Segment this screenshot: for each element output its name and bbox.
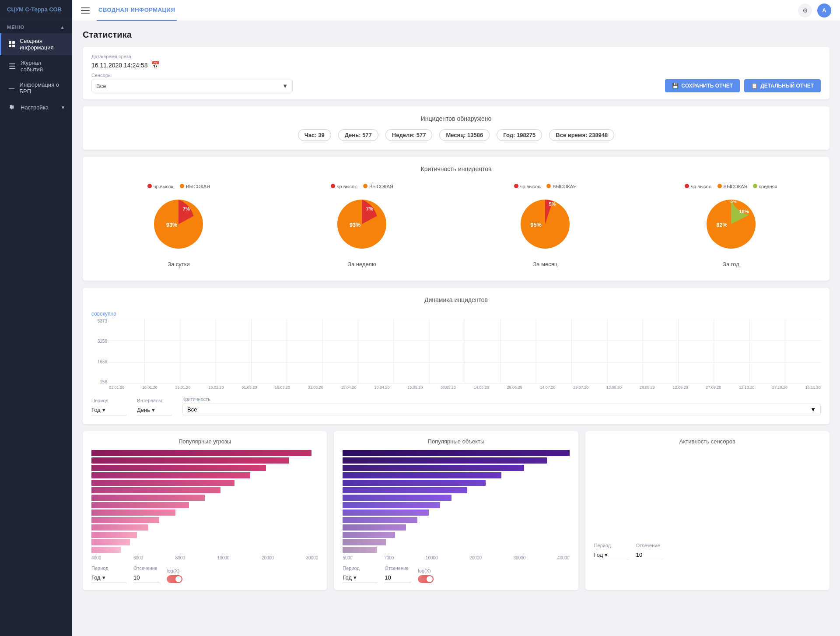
svg-text:95%: 95% bbox=[531, 222, 542, 228]
threats-x-axis: 4000 6000 8000 10000 20000 30000 bbox=[91, 555, 318, 560]
bar-row bbox=[343, 495, 569, 501]
interval-label: Интервалы bbox=[137, 398, 172, 403]
pie-chart-monthly: 95% 5% bbox=[514, 193, 576, 255]
detail-report-button[interactable]: 📋 ДЕТАЛЬНЫЙ ОТЧЕТ bbox=[744, 79, 821, 92]
x-axis: 01.01.20 16.01.20 31.01.20 15.02.20 01.0… bbox=[109, 385, 821, 390]
badge-value: 238948 bbox=[589, 132, 608, 138]
dropdown-arrow: ▾ bbox=[354, 574, 357, 581]
grid-icon bbox=[8, 40, 15, 48]
cutoff-control: Отсечение bbox=[636, 543, 662, 560]
period-control: Период Год ▾ bbox=[343, 566, 378, 583]
cutoff-input[interactable] bbox=[385, 573, 411, 583]
save-report-button[interactable]: 💾 СОХРАНИТЬ ОТЧЕТ bbox=[665, 79, 740, 92]
criticality-card: Критичность инцидентов чр.высок. ВЫСОКАЯ bbox=[83, 157, 830, 281]
legend-item: средняя bbox=[753, 184, 777, 189]
log-toggle[interactable] bbox=[418, 575, 434, 583]
topbar: СВОДНАЯ ИНФОРМАЦИЯ ⚙ А bbox=[72, 0, 840, 21]
badge-year: Год: 198275 bbox=[497, 129, 542, 141]
x-label: 8000 bbox=[175, 555, 185, 560]
sidebar-item-events[interactable]: Журнал событий bbox=[0, 55, 72, 77]
log-toggle[interactable] bbox=[167, 575, 182, 583]
period-select[interactable]: Год ▾ bbox=[91, 573, 126, 583]
bar-row bbox=[91, 465, 318, 471]
pie-yearly: чр.высок. ВЫСОКАЯ средняя 82% 18% 0% bbox=[685, 184, 777, 267]
logo-prefix: СЦУМ bbox=[7, 6, 24, 13]
badge-week: Неделя: 577 bbox=[385, 129, 433, 141]
popular-threats-card: Популярные угрозы bbox=[83, 431, 327, 590]
cutoff-label: Отсечение bbox=[133, 566, 160, 571]
log-label: log(X) bbox=[167, 568, 182, 573]
bar-row bbox=[343, 465, 569, 471]
legend-item: ВЫСОКАЯ bbox=[718, 184, 748, 189]
chevron-up-icon[interactable]: ▲ bbox=[60, 25, 65, 30]
period-control: Период Год ▾ bbox=[91, 566, 126, 583]
sidebar-item-brp[interactable]: — Информация о БРП bbox=[0, 77, 72, 99]
sidebar: СЦУМ С-Терра СОВ МЕНЮ ▲ Сводная информац… bbox=[0, 0, 72, 636]
y-label: 1658 bbox=[98, 359, 107, 364]
legend-item: ВЫСОКАЯ bbox=[363, 184, 393, 189]
badge-value: 577 bbox=[416, 132, 426, 138]
period-select[interactable]: Год ▾ bbox=[594, 550, 629, 560]
x-label: 15.02.20 bbox=[208, 385, 224, 390]
pie-monthly: чр.высок. ВЫСОКАЯ 95% 5% За месяц bbox=[501, 184, 589, 267]
bar-row bbox=[343, 457, 569, 464]
sidebar-item-label: Сводная информация bbox=[20, 38, 65, 51]
dropdown-arrow: ▾ bbox=[102, 574, 105, 581]
sidebar-item-label: Настройка bbox=[21, 104, 49, 111]
calendar-icon[interactable]: 📅 bbox=[151, 61, 160, 69]
user-avatar[interactable]: А bbox=[817, 4, 831, 18]
y-label: 3158 bbox=[98, 339, 107, 344]
x-label: 4000 bbox=[91, 555, 101, 560]
page-title: Статистика bbox=[83, 30, 830, 40]
svg-text:0%: 0% bbox=[730, 199, 736, 204]
legend-item: ВЫСОКАЯ bbox=[546, 184, 577, 189]
interval-select[interactable]: День ▾ bbox=[137, 405, 172, 415]
cutoff-input[interactable] bbox=[133, 573, 160, 583]
content-area: Статистика Дата/время среза 16.11.2020 1… bbox=[72, 21, 840, 599]
dropdown-arrow: ▾ bbox=[102, 407, 105, 413]
bar-row bbox=[343, 487, 569, 493]
svg-rect-0 bbox=[9, 41, 11, 44]
x-label: 30000 bbox=[514, 555, 526, 560]
log-label: log(X) bbox=[418, 568, 434, 573]
cutoff-label: Отсечение bbox=[385, 566, 411, 571]
topbar-icons: ⚙ А bbox=[798, 4, 831, 18]
svg-text:93%: 93% bbox=[350, 222, 360, 228]
cutoff-control: Отсечение bbox=[385, 566, 411, 583]
incidents-card: Инцидентов обнаружено Час: 39 День: 577 … bbox=[83, 106, 830, 150]
cutoff-control: Отсечение bbox=[133, 566, 160, 583]
hamburger-menu[interactable] bbox=[81, 7, 90, 14]
sovokupno-link[interactable]: совокупно bbox=[91, 311, 116, 317]
svg-rect-6 bbox=[9, 68, 15, 69]
bar-row bbox=[91, 517, 318, 523]
x-label: 6000 bbox=[133, 555, 143, 560]
criticality-select[interactable]: Все ▼ bbox=[182, 404, 821, 415]
sidebar-item-label: Журнал событий bbox=[21, 60, 65, 73]
sensor-select[interactable]: Все ▼ bbox=[91, 80, 293, 92]
x-label: 7000 bbox=[384, 555, 394, 560]
sidebar-item-summary[interactable]: Сводная информация bbox=[0, 33, 72, 55]
settings-icon-button[interactable]: ⚙ bbox=[798, 4, 812, 18]
period-select[interactable]: Год ▾ bbox=[343, 573, 378, 583]
filter-row: Дата/время среза 16.11.2020 14:24:58 📅 С… bbox=[91, 54, 821, 92]
badge-label: День: bbox=[345, 132, 362, 138]
pie-weekly: чр.высок. ВЫСОКАЯ 93% 7% За неделю bbox=[318, 184, 406, 267]
period-value: Год bbox=[91, 574, 101, 581]
sensor-title: Активность сенсоров bbox=[594, 438, 821, 445]
period-select[interactable]: Год ▾ bbox=[91, 405, 126, 415]
x-label: 14.07.20 bbox=[540, 385, 555, 390]
criticality-label: Критичность bbox=[182, 397, 821, 402]
bar-row bbox=[343, 517, 569, 523]
x-label: 12.09.20 bbox=[673, 385, 688, 390]
bar-row bbox=[343, 547, 569, 553]
sensor-value: Все bbox=[96, 83, 106, 89]
dynamics-card: Динамика инцидентов совокупно 5373 3158 … bbox=[83, 288, 830, 424]
incidents-title: Инцидентов обнаружено bbox=[91, 115, 821, 122]
pie-weekly-legend: чр.высок. ВЫСОКАЯ bbox=[331, 184, 393, 189]
cutoff-input[interactable] bbox=[636, 550, 662, 560]
sidebar-item-settings[interactable]: Настройка ▼ bbox=[0, 99, 72, 116]
x-label: 5000 bbox=[343, 555, 352, 560]
bar-row bbox=[343, 450, 569, 456]
filter-buttons: 💾 СОХРАНИТЬ ОТЧЕТ 📋 ДЕТАЛЬНЫЙ ОТЧЕТ bbox=[665, 79, 821, 92]
legend-item: чр.высок. bbox=[331, 184, 358, 189]
